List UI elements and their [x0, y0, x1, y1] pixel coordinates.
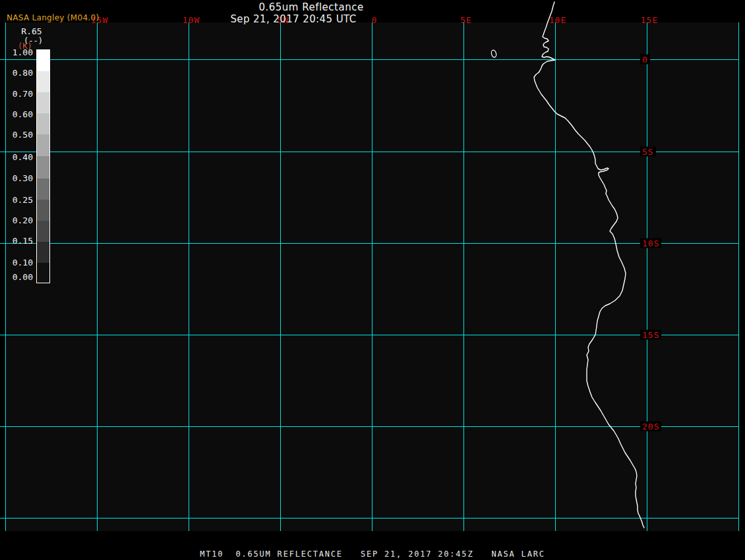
- colorbar-label-0.25: 0.25: [0, 195, 33, 205]
- colorbar-step-0.25-0.20: [37, 200, 49, 221]
- lon-label-10E: 10E: [549, 15, 566, 25]
- colorbar-label-0.80: 0.80: [0, 68, 33, 78]
- footer-caption: MT10 0.65UM REFLECTANCE SEP 21, 2017 20:…: [0, 549, 745, 559]
- lon-label-10W: 10W: [183, 15, 200, 25]
- reflectance-colorbar: R.65 (--) (K) 1.000.800.700.600.500.400.…: [0, 25, 59, 289]
- reflectance-map-viewer: NASA Langley (M04.0) 0.65um Reflectance …: [0, 0, 745, 560]
- colorbar-units-overlay: (K): [18, 42, 32, 51]
- map-canvas: [0, 0, 745, 560]
- colorbar-label-0.50: 0.50: [0, 130, 33, 140]
- lat-label-0: 0: [640, 55, 650, 65]
- colorbar-step-0.50-0.40: [37, 134, 49, 156]
- colorbar-step-0.40-0.30: [37, 156, 49, 179]
- colorbar-label-0.10: 0.10: [0, 258, 33, 267]
- timestamp-label: Sep 21, 2017 20:45 UTC: [230, 13, 356, 25]
- lat-label-5S: 5S: [640, 147, 656, 157]
- lat-label-15S: 15S: [640, 330, 661, 340]
- lon-label-0: 0: [372, 15, 378, 25]
- colorbar-step-0.20-0.15: [37, 221, 49, 242]
- page-title: 0.65um Reflectance: [258, 1, 363, 13]
- colorbar-label-0.70: 0.70: [0, 89, 33, 99]
- lat-label-10S: 10S: [640, 238, 661, 248]
- colorbar-step-0.70-0.60: [37, 92, 49, 113]
- colorbar-step-0.80-0.70: [37, 71, 49, 92]
- colorbar-step-0.30-0.25: [37, 179, 49, 200]
- lon-label-15E: 15E: [641, 15, 658, 25]
- credit-label: NASA Langley (M04.0): [7, 13, 99, 22]
- colorbar-step-1.00-0.80: [37, 50, 49, 71]
- colorbar-step-0.10-0.00: [37, 263, 49, 283]
- colorbar-label-0.20: 0.20: [0, 215, 33, 225]
- colorbar-label-0.30: 0.30: [0, 173, 33, 183]
- colorbar-step-0.15-0.10: [37, 242, 49, 263]
- colorbar-label-0.40: 0.40: [0, 152, 33, 162]
- lon-label-5E: 5E: [460, 15, 472, 25]
- lat-label-20S: 20S: [640, 422, 661, 432]
- colorbar-label-0.60: 0.60: [0, 109, 33, 119]
- colorbar-step-0.60-0.50: [37, 113, 49, 134]
- colorbar-label-0.00: 0.00: [0, 272, 33, 282]
- colorbar-title: R.65: [13, 26, 50, 36]
- colorbar-label-0.15: 0.15: [0, 236, 33, 246]
- colorbar-gradient: [36, 49, 50, 283]
